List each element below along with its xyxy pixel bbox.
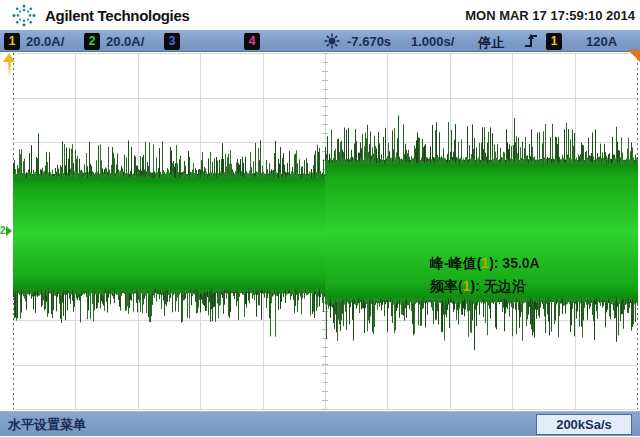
trigger-level-value[interactable]: 120A — [586, 34, 617, 49]
header: Agilent Technologies MON MAR 17 17:59:10… — [0, 0, 640, 30]
sample-rate-badge: 200kSa/s — [536, 414, 632, 435]
channel-4-badge[interactable]: 4 — [244, 33, 260, 50]
measurement-frequency: 频率(1): 无边沿 — [430, 275, 540, 298]
channel-2-badge[interactable]: 2 — [84, 33, 100, 50]
channel-2-ground-marker-icon: 2 — [0, 224, 12, 238]
channel-3-badge[interactable]: 3 — [164, 33, 180, 50]
timebase-value[interactable]: 1.000s/ — [411, 34, 454, 49]
brand-title: Agilent Technologies — [45, 7, 190, 24]
measurement-value: ): 35.0A — [489, 255, 540, 271]
channel-2-scale: 20.0A/ — [106, 34, 144, 49]
channel-1-scale: 20.0A/ — [26, 34, 64, 49]
horizontal-menu-label[interactable]: 水平设置菜单 — [8, 416, 86, 434]
measurement-value: ): 无边沿 — [470, 278, 525, 294]
channel-1-badge[interactable]: 1 — [4, 33, 20, 50]
delay-value[interactable]: -7.670s — [347, 34, 391, 49]
channel-2-button[interactable]: 2 20.0A/ — [84, 32, 144, 50]
intensity-sun-icon — [324, 33, 340, 49]
channel-4-button[interactable]: 4 — [244, 32, 260, 50]
waveform-display — [0, 52, 640, 410]
measurement-readout: 峰-峰值(1): 35.0A 频率(1): 无边沿 — [430, 252, 540, 298]
trigger-slope-icon — [524, 33, 539, 49]
oscilloscope-screen: Agilent Technologies MON MAR 17 17:59:10… — [0, 0, 640, 437]
menu-bar: 水平设置菜单 200kSa/s — [0, 411, 640, 436]
measurement-peak-to-peak: 峰-峰值(1): 35.0A — [430, 252, 540, 275]
trigger-source-button[interactable]: 1 — [546, 32, 562, 50]
toolbar: 1 20.0A/ 2 20.0A/ 3 4 -7.670s 1.000s/ 停止 — [0, 30, 640, 52]
measurement-label: 频率( — [430, 278, 463, 294]
datetime: MON MAR 17 17:59:10 2014 — [465, 8, 635, 23]
measurement-channel: 1 — [481, 255, 489, 271]
channel-1-position-marker-tail — [8, 61, 11, 78]
channel-1-button[interactable]: 1 20.0A/ — [4, 32, 64, 50]
measurement-label: 峰-峰值( — [430, 255, 481, 271]
channel-3-button[interactable]: 3 — [164, 32, 180, 50]
trigger-position-marker-icon — [628, 50, 640, 62]
agilent-logo-icon — [10, 2, 38, 29]
run-state[interactable]: 停止 — [478, 34, 504, 52]
trigger-source-badge[interactable]: 1 — [546, 33, 562, 50]
